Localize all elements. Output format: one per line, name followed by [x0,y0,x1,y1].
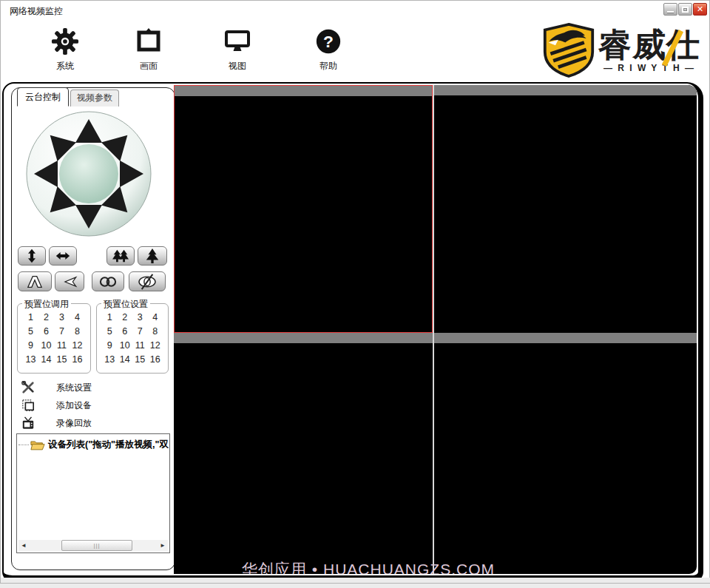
tab-video-params[interactable]: 视频参数 [70,89,119,107]
preset-number[interactable]: 6 [38,326,54,337]
video-panel-1-selected[interactable] [174,85,433,333]
preset-number[interactable]: 7 [54,326,70,337]
window-title: 网络视频监控 [10,5,63,18]
zoom-out-button[interactable] [106,246,135,266]
preset-number[interactable]: 8 [70,326,85,337]
logo-subtitle: — R I W Y T H — [598,63,700,73]
menu-item-add-device[interactable]: 添加设备 [21,398,161,413]
scroll-left-arrow-icon[interactable]: ◄ [18,540,29,551]
toolbar-item-screen[interactable]: 画面 [121,26,177,72]
main-panel: 云台控制 视频参数 [2,82,703,582]
preset-number[interactable]: 10 [118,340,133,351]
two-trees-icon [112,248,129,264]
monitor-icon [209,26,266,57]
tv-icon [21,416,35,430]
preset-number[interactable]: 2 [38,312,54,322]
maximize-button[interactable] [678,3,692,16]
preset-number[interactable]: 15 [54,354,70,365]
scroll-right-arrow-icon[interactable]: ► [158,540,168,551]
preset-number[interactable]: 16 [70,354,85,365]
toolbar-item-help[interactable]: ? 帮助 [300,26,356,72]
preset-number[interactable]: 12 [148,340,163,351]
close-icon: ✕ [697,5,703,13]
preset-number[interactable]: 3 [132,312,148,322]
eye-slash-icon [135,274,159,290]
toolbar-label-screen: 画面 [121,60,177,72]
preset-number[interactable]: 9 [23,340,38,351]
menu-item-playback[interactable]: 录像回放 [21,416,161,430]
minimize-button[interactable] [663,3,677,16]
menu-label-playback: 录像回放 [56,417,92,430]
preset-set-group: 预置位设置 12345678910111213141516 [96,303,169,374]
preset-number[interactable]: 16 [148,354,163,365]
tree-icon [144,248,160,264]
video-panel-1-titlebar [175,86,432,96]
toolbar-item-system[interactable]: 系统 [37,26,93,72]
vertical-arrows-icon [24,248,39,264]
preset-number[interactable]: 7 [132,326,148,337]
video-panel-3[interactable] [174,333,433,574]
video-panel-2-titlebar [434,85,697,95]
preset-number[interactable]: 1 [23,312,38,322]
video-panel-2[interactable] [434,85,697,333]
preset-number[interactable]: 15 [132,354,148,365]
preset-call-group: 预置位调用 12345678910111213141516 [17,303,91,374]
picture-frame-icon [121,26,177,57]
close-button[interactable]: ✕ [693,3,707,16]
preset-number[interactable]: 5 [23,326,38,337]
tools-icon [21,381,35,395]
preset-number[interactable]: 13 [23,354,38,365]
preset-number[interactable]: 1 [102,312,118,322]
preset-number[interactable]: 14 [118,354,133,365]
preset-number[interactable]: 3 [54,312,70,322]
logo-brand-name: 睿威仕 [598,27,700,62]
toolbar-item-view[interactable]: 视图 [209,26,266,72]
toolbar-label-view: 视图 [209,60,266,72]
folder-open-icon [30,439,45,451]
preset-number[interactable]: 8 [148,326,163,337]
scrollbar-thumb[interactable]: ||| [61,540,132,551]
focus-far-button[interactable] [92,271,124,291]
shield-eagle-icon [542,22,595,78]
video-panel-4[interactable] [434,333,697,574]
iris-open-button[interactable] [55,271,84,291]
device-tree-root[interactable]: 设备列表("拖动"播放视频,"双 [17,439,169,451]
tab-ptz-control[interactable]: 云台控制 [17,87,69,107]
window-controls: ✕ [663,3,707,16]
preset-number[interactable]: 5 [102,326,118,337]
watermark-text: 华创应用 • HUACHUANGZS.COM [242,559,495,574]
logo-text: 睿威仕 — R I W Y T H — [598,27,700,73]
app-window: 网络视频监控 ✕ [0,0,710,584]
preset-number[interactable]: 12 [70,340,85,351]
iris-close-button[interactable] [18,271,52,291]
preset-number[interactable]: 6 [118,326,133,337]
add-device-icon [21,399,35,413]
menu-label-system-settings: 系统设置 [56,382,92,394]
horizontal-scrollbar[interactable]: ◄ ► ||| [18,540,168,551]
ptz-direction-wheel[interactable] [25,110,152,237]
device-tree-root-label: 设备列表("拖动"播放视频,"双 [48,439,169,451]
zoom-in-button[interactable] [138,246,167,266]
tilt-scan-button[interactable] [18,246,46,266]
preset-number[interactable]: 4 [70,312,85,322]
horizontal-arrows-icon [55,249,71,263]
preset-number[interactable]: 9 [102,340,118,351]
pan-scan-button[interactable] [49,246,77,266]
gear-icon [37,26,93,57]
preset-number[interactable]: 4 [148,312,163,322]
preset-set-grid: 12345678910111213141516 [97,304,168,367]
help-icon: ? [300,26,356,57]
preset-number[interactable]: 10 [38,340,54,351]
preset-number[interactable]: 14 [38,354,54,365]
preset-number[interactable]: 11 [54,340,70,351]
brand-logo: 睿威仕 — R I W Y T H — [542,21,700,79]
focus-near-button[interactable] [129,271,166,291]
preset-number[interactable]: 11 [132,340,148,351]
video-panel-4-titlebar [434,333,697,343]
chevron-left-icon [60,274,79,290]
preset-call-title: 预置位调用 [22,298,71,311]
minimize-icon [667,11,674,13]
preset-number[interactable]: 2 [118,312,133,322]
menu-item-system-settings[interactable]: 系统设置 [21,380,161,395]
preset-number[interactable]: 13 [102,354,118,365]
